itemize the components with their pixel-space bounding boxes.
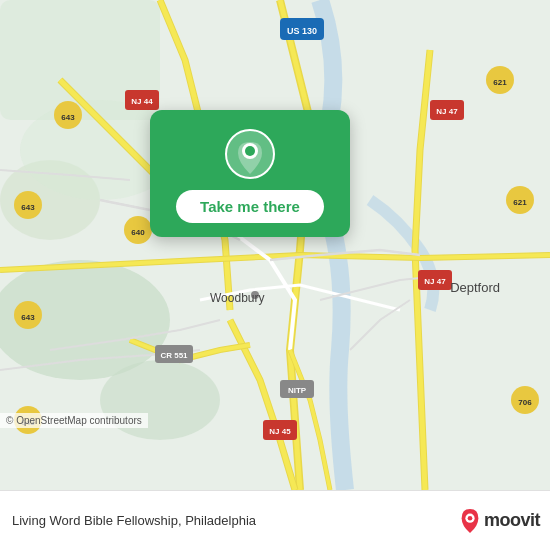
svg-point-39	[245, 146, 255, 156]
moovit-logo: moovit	[459, 508, 540, 534]
svg-point-2	[100, 360, 220, 440]
svg-text:643: 643	[61, 113, 75, 122]
map-container: US 130 NJ 44 NJ 47 NJ 47 NJ 45 NITP CR 5…	[0, 0, 550, 490]
svg-text:640: 640	[131, 228, 145, 237]
svg-text:643: 643	[21, 313, 35, 322]
svg-text:NJ 47: NJ 47	[436, 107, 458, 116]
moovit-label: moovit	[484, 510, 540, 531]
location-pin-icon	[224, 128, 276, 180]
osm-credit: © OpenStreetMap contributors	[0, 413, 148, 428]
svg-text:CR 551: CR 551	[160, 351, 188, 360]
take-me-there-button[interactable]: Take me there	[176, 190, 324, 223]
svg-point-41	[468, 515, 473, 520]
svg-text:NJ 44: NJ 44	[131, 97, 153, 106]
svg-text:NJ 47: NJ 47	[424, 277, 446, 286]
svg-text:NJ 45: NJ 45	[269, 427, 291, 436]
moovit-pin-icon	[459, 508, 481, 534]
deptford-label: Deptford	[450, 280, 500, 295]
svg-text:706: 706	[518, 398, 532, 407]
svg-text:621: 621	[493, 78, 507, 87]
bottom-bar: Living Word Bible Fellowship, Philadelph…	[0, 490, 550, 550]
svg-text:NITP: NITP	[288, 386, 307, 395]
location-card: Take me there	[150, 110, 350, 237]
svg-text:US 130: US 130	[287, 26, 317, 36]
svg-text:621: 621	[513, 198, 527, 207]
woodbury-label: Woodbury	[210, 291, 264, 305]
svg-text:643: 643	[21, 203, 35, 212]
